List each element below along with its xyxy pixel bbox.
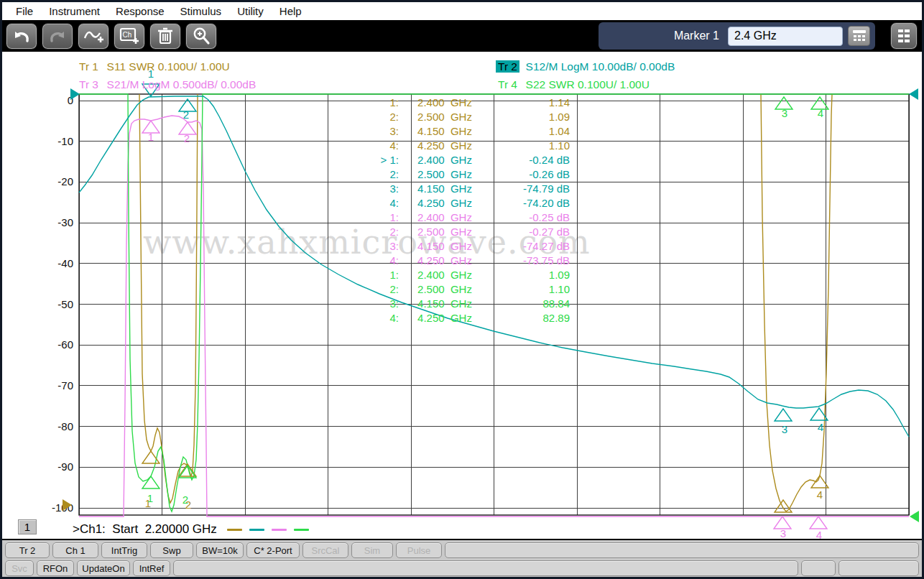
reference-level-arrow xyxy=(910,511,919,522)
y-axis-label: -30 xyxy=(57,216,73,228)
marker-number-label: 3 xyxy=(782,107,787,119)
zoom-icon xyxy=(192,27,211,45)
marker-number-label: 4 xyxy=(817,488,823,501)
y-axis-label: -40 xyxy=(57,257,73,269)
marker-row-tr3: 1:2.400 GHz-0.25 dB xyxy=(360,210,570,225)
svg-text:Ch: Ch xyxy=(123,31,132,39)
marker-number-label: 1 xyxy=(147,492,153,504)
legend-dash xyxy=(272,529,287,531)
keypad-button[interactable] xyxy=(848,26,870,46)
status-segment xyxy=(801,560,836,576)
toolbar: Ch Marker 1 xyxy=(2,20,922,52)
redo-icon xyxy=(48,27,67,45)
softkey-tr-2[interactable]: Tr 2 xyxy=(5,542,50,558)
status-segment xyxy=(173,560,798,576)
trace-header-tr1[interactable]: Tr 1 S11 SWR 0.100U/ 1.00U xyxy=(77,60,230,73)
menu-file[interactable]: File xyxy=(8,5,41,17)
softkey-inttrig[interactable]: IntTrig xyxy=(101,542,147,558)
marker-readout-table: 1:2.400 GHz1.142:2.500 GHz1.093:4.150 GH… xyxy=(360,96,570,325)
marker-row-tr2: > 1:2.400 GHz-0.24 dB xyxy=(360,153,570,167)
softkey-pulse: Pulse xyxy=(396,542,442,558)
softkey-c-2-port[interactable]: C* 2-Port xyxy=(246,542,300,558)
reference-level-arrow xyxy=(909,88,918,100)
marker-row-tr2: 2:2.500 GHz-0.26 dB xyxy=(360,167,570,182)
trash-icon xyxy=(157,27,174,45)
marker-row-tr4: 3:4.150 GHz88.84 xyxy=(360,297,570,311)
y-axis-label: -60 xyxy=(57,338,73,351)
marker-row-tr3: 2:2.500 GHz-0.27 dB xyxy=(360,225,570,239)
marker-number-label: 4 xyxy=(818,421,823,433)
status-segment xyxy=(445,542,919,558)
channel-indicator[interactable]: 1 xyxy=(18,519,37,534)
plot-area[interactable]: Tr 1 S11 SWR 0.100U/ 1.00U Tr 2 S12/M Lo… xyxy=(2,52,922,539)
sweep-stop-readout: Stop 4.50000 GHz xyxy=(813,522,906,539)
marker-row-tr1: 3:4.150 GHz1.04 xyxy=(360,124,570,139)
marker-panel-label: Marker 1 xyxy=(674,29,719,42)
marker-row-tr1: 2:2.500 GHz1.09 xyxy=(360,110,570,124)
y-axis-label: -80 xyxy=(57,420,73,432)
trace-header-tr4[interactable]: Tr 4 S22 SWR 0.100U/ 1.00U xyxy=(496,78,650,91)
marker-table-toggle-button[interactable] xyxy=(890,22,918,50)
marker-row-tr3: 4:4.250 GHz-73.75 dB xyxy=(360,254,570,268)
y-axis-label: -20 xyxy=(57,175,73,187)
trace-id: Tr 1 xyxy=(77,60,101,73)
trace-format: S21/M LogM 0.500dB/ 0.00dB xyxy=(107,78,257,91)
marker-row-tr4: 2:2.500 GHz1.10 xyxy=(360,282,570,297)
y-axis-label: -50 xyxy=(57,298,73,310)
undo-icon xyxy=(12,27,31,45)
y-axis-label: -10 xyxy=(57,135,73,147)
softkey-rfon[interactable]: RFOn xyxy=(37,560,74,576)
sweep-start-readout: >Ch1: Start 2.20000 GHz xyxy=(73,522,316,537)
marker-triangle[interactable] xyxy=(775,500,792,512)
add-trace-button[interactable] xyxy=(78,23,109,50)
vna-application-window: FileInstrumentResponseStimulusUtilityHel… xyxy=(0,0,924,579)
marker-number-label: 1 xyxy=(148,131,154,143)
softkey-intref[interactable]: IntRef xyxy=(133,560,170,576)
stop-label: Stop xyxy=(834,537,859,539)
marker-number-label: 3 xyxy=(782,423,787,435)
delete-button[interactable] xyxy=(149,23,181,50)
trace-id: Tr 4 xyxy=(496,78,519,91)
menu-utility[interactable]: Utility xyxy=(229,5,272,17)
status-segment xyxy=(838,560,919,576)
trace-header-tr2[interactable]: Tr 2 S12/M LogM 10.00dB/ 0.00dB xyxy=(496,60,675,73)
trace-id: Tr 3 xyxy=(77,78,101,91)
softkey-bar: Tr 2Ch 1IntTrigSwpBW=10kC* 2-PortSrcCalS… xyxy=(2,539,922,577)
keypad-icon xyxy=(852,29,867,42)
menu-response[interactable]: Response xyxy=(108,5,172,17)
softkey-sim: Sim xyxy=(351,542,393,558)
menu-stimulus[interactable]: Stimulus xyxy=(172,5,230,17)
marker-row-tr2: 4:4.250 GHz-74.20 dB xyxy=(360,196,570,210)
marker-number-label: 3 xyxy=(780,527,786,539)
softkey-ch-1[interactable]: Ch 1 xyxy=(52,542,98,558)
menu-help[interactable]: Help xyxy=(272,5,310,17)
grid-list-icon xyxy=(897,28,911,44)
trace-header-tr3[interactable]: Tr 3 S21/M LogM 0.500dB/ 0.00dB xyxy=(77,78,256,91)
add-channel-button[interactable]: Ch xyxy=(114,23,145,50)
add-trace-icon xyxy=(83,27,103,45)
marker-triangle[interactable] xyxy=(142,476,160,488)
marker-number-label: 2 xyxy=(184,132,190,144)
softkey-srccal: SrcCal xyxy=(302,542,348,558)
redo-button xyxy=(42,23,73,50)
menu-instrument[interactable]: Instrument xyxy=(41,5,108,17)
legend-dash xyxy=(294,529,309,531)
trace-curve-1 xyxy=(761,94,832,511)
undo-button[interactable] xyxy=(6,23,37,50)
marker-frequency-input[interactable] xyxy=(728,27,843,46)
marker-row-tr4: 4:4.250 GHz82.89 xyxy=(360,311,570,325)
add-channel-icon: Ch xyxy=(119,27,139,45)
softkey-updateon[interactable]: UpdateOn xyxy=(77,560,130,576)
marker-number-label: 4 xyxy=(818,107,823,119)
y-axis-label: -100 xyxy=(52,501,73,514)
y-axis-label: -70 xyxy=(57,379,73,392)
marker-triangle[interactable] xyxy=(775,409,792,421)
softkey-swp[interactable]: Swp xyxy=(150,542,193,558)
softkey-bw-10k[interactable]: BW=10k xyxy=(196,542,244,558)
marker-row-tr1: 4:4.250 GHz1.10 xyxy=(360,139,570,153)
y-axis-label: -90 xyxy=(57,460,73,473)
trace-format: S12/M LogM 10.00dB/ 0.00dB xyxy=(526,60,675,73)
zoom-button[interactable] xyxy=(185,23,217,50)
trace-color-legend xyxy=(227,529,316,531)
trace-id: Tr 2 xyxy=(496,60,519,73)
